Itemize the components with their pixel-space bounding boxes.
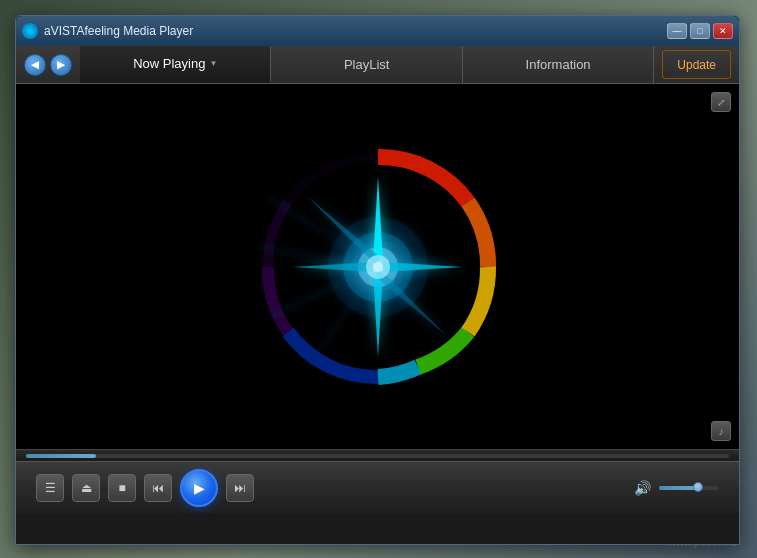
nav-tabs: Now Playing ▼ PlayList Information xyxy=(80,46,654,83)
controls-area: ☰ ⏏ ■ ⏮ ▶ ⏭ 🔊 xyxy=(16,461,739,513)
app-icon xyxy=(22,23,38,39)
nav-bar: ◀ ▶ Now Playing ▼ PlayList Information U… xyxy=(16,46,739,84)
svg-point-19 xyxy=(366,255,390,279)
play-button[interactable]: ▶ xyxy=(180,469,218,507)
progress-area[interactable] xyxy=(16,449,739,461)
prev-button[interactable]: ⏮ xyxy=(144,474,172,502)
tab-playlist[interactable]: PlayList xyxy=(271,46,462,83)
dropdown-arrow-icon: ▼ xyxy=(209,59,217,68)
playlist-button[interactable]: ☰ xyxy=(36,474,64,502)
eject-button[interactable]: ⏏ xyxy=(72,474,100,502)
volume-icon: 🔊 xyxy=(634,480,651,496)
tab-information[interactable]: Information xyxy=(463,46,654,83)
title-bar: aVISTAfeeling Media Player — □ ✕ xyxy=(16,16,739,46)
title-bar-text: aVISTAfeeling Media Player xyxy=(44,24,661,38)
video-area: ⤢ ♪ xyxy=(16,84,739,449)
update-button[interactable]: Update xyxy=(662,50,731,79)
minimize-button[interactable]: — xyxy=(667,23,687,39)
progress-track[interactable] xyxy=(26,454,729,458)
stop-button[interactable]: ■ xyxy=(108,474,136,502)
forward-button[interactable]: ▶ xyxy=(50,54,72,76)
eq-button[interactable]: ♪ xyxy=(711,421,731,441)
tab-now-playing[interactable]: Now Playing ▼ xyxy=(80,46,271,83)
media-player-window: aVISTAfeeling Media Player — □ ✕ ◀ ▶ Now… xyxy=(15,15,740,545)
visualization xyxy=(16,84,739,449)
volume-slider[interactable] xyxy=(659,486,719,490)
volume-thumb[interactable] xyxy=(693,482,703,492)
fullscreen-button[interactable]: ⤢ xyxy=(711,92,731,112)
next-button[interactable]: ⏭ xyxy=(226,474,254,502)
maximize-button[interactable]: □ xyxy=(690,23,710,39)
back-button[interactable]: ◀ xyxy=(24,54,46,76)
title-bar-buttons: — □ ✕ xyxy=(667,23,733,39)
close-button[interactable]: ✕ xyxy=(713,23,733,39)
progress-fill xyxy=(26,454,96,458)
nav-arrows: ◀ ▶ xyxy=(16,46,80,83)
visualization-svg xyxy=(228,117,528,417)
